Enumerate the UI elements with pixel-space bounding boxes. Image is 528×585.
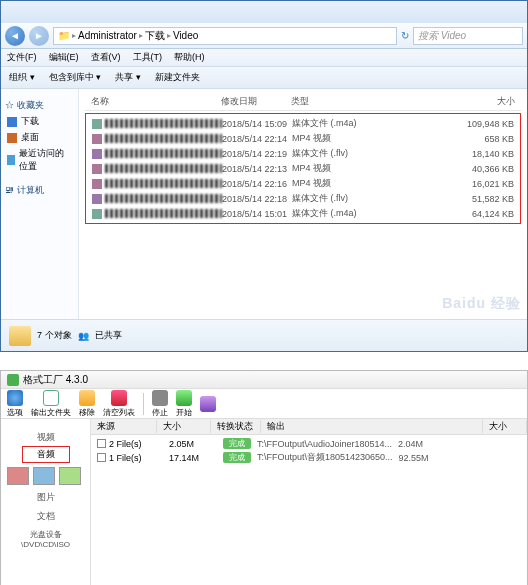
sidebar: ☆ 收藏夹 下载 桌面 最近访问的位置 🖳 计算机 bbox=[1, 89, 79, 319]
thumb[interactable] bbox=[59, 467, 81, 485]
bc-part[interactable]: Video bbox=[173, 30, 198, 41]
cat-image[interactable]: 图片 bbox=[7, 491, 84, 504]
tb-output[interactable]: 输出文件夹 bbox=[31, 390, 71, 418]
statusbar: 7 个对象 👥 已共享 bbox=[1, 319, 527, 351]
file-row[interactable]: 2018/5/14 22:18媒体文件 (.flv)51,582 KB bbox=[90, 191, 516, 206]
cat-video[interactable]: 视频 bbox=[7, 431, 84, 444]
fcol-state[interactable]: 转换状态 bbox=[211, 420, 261, 433]
refresh-icon[interactable]: ↻ bbox=[401, 30, 409, 41]
ff-body: 视频 音频 图片 文档 光盘设备\DVD\CD\ISO 来源 大小 转换状态 输… bbox=[1, 419, 527, 585]
tb-remove[interactable]: 移除 bbox=[79, 390, 95, 418]
cat-rom[interactable]: 光盘设备\DVD\CD\ISO bbox=[7, 529, 84, 549]
menubar: 文件(F) 编辑(E) 查看(V) 工具(T) 帮助(H) bbox=[1, 49, 527, 67]
folder-icon: 📁 bbox=[58, 30, 70, 41]
file-row[interactable]: 2018/5/14 22:19媒体文件 (.flv)18,140 KB bbox=[90, 146, 516, 161]
fcol-size[interactable]: 大小 bbox=[157, 420, 211, 433]
task-row[interactable]: 1 File(s)17.14M 完成 T:\FFOutput\音频1805142… bbox=[97, 450, 521, 465]
bc-part[interactable]: 下载 bbox=[145, 29, 165, 43]
status-badge: 完成 bbox=[223, 438, 251, 449]
watermark: Baidu 经验 bbox=[442, 295, 521, 313]
app-title: 格式工厂 4.3.0 bbox=[23, 373, 88, 387]
menu-view[interactable]: 查看(V) bbox=[91, 51, 121, 64]
explorer-body: ☆ 收藏夹 下载 桌面 最近访问的位置 🖳 计算机 名称 修改日期 类型 大小 … bbox=[1, 89, 527, 319]
checkbox[interactable] bbox=[97, 439, 106, 448]
col-date[interactable]: 修改日期 bbox=[221, 95, 291, 108]
status-count: 7 个对象 bbox=[37, 329, 72, 342]
fcol-src[interactable]: 来源 bbox=[91, 420, 157, 433]
thumb[interactable] bbox=[33, 467, 55, 485]
file-row[interactable]: 2018/5/14 22:14MP4 视频658 KB bbox=[90, 131, 516, 146]
status-badge: 完成 bbox=[223, 452, 251, 463]
status-shared: 已共享 bbox=[95, 329, 122, 342]
tb-clear[interactable]: 清空列表 bbox=[103, 390, 135, 418]
navbar: ◄ ► 📁 ▸ Administrator ▸ 下载 ▸ Video ↻ 搜索 … bbox=[1, 23, 527, 49]
explorer-window: ◄ ► 📁 ▸ Administrator ▸ 下载 ▸ Video ↻ 搜索 … bbox=[0, 0, 528, 352]
titlebar bbox=[1, 1, 527, 23]
sidebar-item-desktop[interactable]: 桌面 bbox=[5, 130, 74, 145]
fcol-osize[interactable]: 大小 bbox=[483, 420, 527, 433]
search-input[interactable]: 搜索 Video bbox=[413, 27, 523, 45]
checkbox[interactable] bbox=[97, 453, 106, 462]
fcol-out[interactable]: 输出 bbox=[261, 420, 483, 433]
cat-audio-selected[interactable]: 音频 bbox=[22, 446, 70, 463]
menu-tools[interactable]: 工具(T) bbox=[133, 51, 163, 64]
ff-main: 来源 大小 转换状态 输出 大小 2 File(s)2.05M 完成 T:\FF… bbox=[91, 419, 527, 585]
file-row[interactable]: 2018/5/14 15:01媒体文件 (.m4a)64,124 KB bbox=[90, 206, 516, 221]
column-headers[interactable]: 名称 修改日期 类型 大小 bbox=[85, 93, 521, 111]
bc-part[interactable]: Administrator bbox=[78, 30, 137, 41]
sb-computer[interactable]: 🖳 计算机 bbox=[5, 184, 74, 197]
col-name[interactable]: 名称 bbox=[91, 95, 221, 108]
ff-titlebar: 格式工厂 4.3.0 bbox=[1, 371, 527, 389]
menu-help[interactable]: 帮助(H) bbox=[174, 51, 205, 64]
menu-edit[interactable]: 编辑(E) bbox=[49, 51, 79, 64]
file-row[interactable]: 2018/5/14 15:09媒体文件 (.m4a)109,948 KB bbox=[90, 116, 516, 131]
tb-newfolder[interactable]: 新建文件夹 bbox=[155, 71, 200, 84]
tb-start[interactable]: 开始 bbox=[176, 390, 192, 418]
ff-toolbar: 选项 输出文件夹 移除 清空列表 停止 开始 bbox=[1, 389, 527, 419]
col-size[interactable]: 大小 bbox=[361, 95, 515, 108]
forward-button[interactable]: ► bbox=[29, 26, 49, 46]
toolbar: 组织 ▾ 包含到库中 ▾ 共享 ▾ 新建文件夹 bbox=[1, 67, 527, 89]
thumb[interactable] bbox=[7, 467, 29, 485]
task-row[interactable]: 2 File(s)2.05M 完成 T:\FFOutput\AudioJoine… bbox=[97, 437, 521, 450]
tb-stop[interactable]: 停止 bbox=[152, 390, 168, 418]
content: 名称 修改日期 类型 大小 2018/5/14 15:09媒体文件 (.m4a)… bbox=[79, 89, 527, 319]
ff-columns: 来源 大小 转换状态 输出 大小 bbox=[91, 419, 527, 435]
tb-include[interactable]: 包含到库中 ▾ bbox=[49, 71, 102, 84]
sidebar-item-recent[interactable]: 最近访问的位置 bbox=[5, 146, 74, 174]
tb-extra[interactable] bbox=[200, 396, 216, 412]
formatfactory-window: 格式工厂 4.3.0 选项 输出文件夹 移除 清空列表 停止 开始 视频 音频 … bbox=[0, 370, 528, 585]
breadcrumb[interactable]: 📁 ▸ Administrator ▸ 下载 ▸ Video bbox=[53, 27, 397, 45]
folder-icon bbox=[9, 326, 31, 346]
tb-organize[interactable]: 组织 ▾ bbox=[9, 71, 35, 84]
sidebar-item-downloads[interactable]: 下载 bbox=[5, 114, 74, 129]
sb-favorites[interactable]: ☆ 收藏夹 bbox=[5, 99, 74, 112]
back-button[interactable]: ◄ bbox=[5, 26, 25, 46]
app-icon bbox=[7, 374, 19, 386]
ff-sidebar: 视频 音频 图片 文档 光盘设备\DVD\CD\ISO bbox=[1, 419, 91, 585]
file-row[interactable]: 2018/5/14 22:16MP4 视频16,021 KB bbox=[90, 176, 516, 191]
highlight-box: 2018/5/14 15:09媒体文件 (.m4a)109,948 KB 201… bbox=[85, 113, 521, 224]
file-row[interactable]: 2018/5/14 22:13MP4 视频40,366 KB bbox=[90, 161, 516, 176]
tb-options[interactable]: 选项 bbox=[7, 390, 23, 418]
cat-doc[interactable]: 文档 bbox=[7, 510, 84, 523]
tb-share[interactable]: 共享 ▾ bbox=[115, 71, 141, 84]
col-type[interactable]: 类型 bbox=[291, 95, 361, 108]
menu-file[interactable]: 文件(F) bbox=[7, 51, 37, 64]
